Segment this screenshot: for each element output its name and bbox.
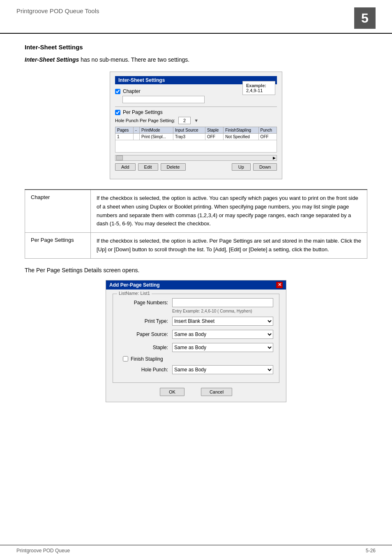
section-heading: Inter-Sheet Settings	[25, 44, 367, 51]
intro-text: Inter-Sheet Settings has no sub-menus. T…	[25, 56, 367, 64]
hole-punch-label2: Hole Punch:	[119, 367, 168, 373]
screen-label: The Per Page Settings Details screen ope…	[25, 267, 367, 273]
cell-punch: OFF	[258, 134, 277, 140]
desc-text-chapter: If the checkbox is selected, the option …	[91, 190, 367, 233]
cell-printmode: Print (Simpl...	[140, 134, 173, 140]
chapter-input[interactable]	[122, 96, 205, 103]
print-type-row: Print Type: Insert Blank Sheet Duplex Si…	[119, 317, 273, 326]
cell-sep	[134, 134, 140, 140]
staple-row: Staple: Same as Body OFF ON	[119, 343, 273, 352]
example-box: Example: 2,4,9-11	[242, 81, 275, 95]
page-footer: Printgroove POD Queue 5-26	[0, 545, 392, 556]
scrollbar-h[interactable]: ▶	[115, 155, 277, 161]
chapter-checkbox-row: Chapter	[115, 88, 141, 94]
paper-source-label: Paper Source:	[119, 331, 168, 337]
print-type-label: Print Type:	[119, 318, 168, 324]
finish-stapling-row: Finish Stapling	[123, 356, 273, 362]
dialog1-buttons: Add Edit Delete Up Down	[115, 163, 277, 171]
page-numbers-label: Page Numbers:	[119, 300, 168, 306]
dialog2-titlebar: Add Per-Page Setting ✕	[106, 280, 286, 290]
chapter-section: Chapter Example: 2,4,9-11	[115, 88, 277, 103]
per-page-label: Per Page Settings	[123, 109, 163, 115]
desc-term-chapter: Chapter	[25, 190, 91, 233]
table-row: 1 Print (Simpl... Tray3 OFF Not Specifie…	[115, 134, 277, 140]
example-value: 2,4,9-11	[246, 88, 272, 93]
print-type-select[interactable]: Insert Blank Sheet Duplex Simplex	[172, 317, 273, 326]
edit-button[interactable]: Edit	[138, 163, 158, 171]
delete-button[interactable]: Delete	[161, 163, 186, 171]
page-header: Printgroove POD Queue Tools 5	[0, 0, 392, 34]
hole-punch-input[interactable]	[178, 117, 191, 124]
header-title: Printgroove POD Queue Tools	[16, 7, 99, 14]
col-printmode: PrintMode	[140, 127, 173, 134]
chapter-label: Chapter	[123, 88, 141, 94]
chapter-checkbox[interactable]	[115, 89, 120, 94]
desc-text-perpage: If the checkbox is selected, the option …	[91, 233, 367, 259]
group-box: ListName: List1 Page Numbers: Entry Exam…	[113, 294, 279, 383]
group-legend: ListName: List1	[117, 291, 152, 296]
description-table: Chapter If the checkbox is selected, the…	[25, 189, 367, 259]
col-staple: Staple	[205, 127, 223, 134]
table-empty-row	[115, 140, 277, 153]
footer-left: Printgroove POD Queue	[16, 548, 70, 554]
cell-inputsource: Tray3	[173, 134, 205, 140]
scroll-arrow: ▶	[273, 156, 276, 160]
example-label: Example:	[246, 83, 272, 88]
dialog2-close-button[interactable]: ✕	[276, 282, 283, 288]
page-numbers-input[interactable]	[172, 298, 273, 307]
page-numbers-row: Page Numbers:	[119, 298, 273, 307]
col-finishstapling: FinishStapling	[224, 127, 258, 134]
finish-stapling-label: Finish Stapling	[131, 356, 163, 362]
col-pages: Pages	[115, 127, 134, 134]
col-sep: -	[134, 127, 140, 134]
hole-punch-row: Hole Punch Per Page Setting: ▼	[115, 117, 277, 124]
add-button[interactable]: Add	[115, 163, 136, 171]
page-number: 5	[354, 7, 376, 29]
up-button[interactable]: Up	[232, 163, 251, 171]
per-page-checkbox-row: Per Page Settings	[115, 109, 277, 115]
cell-staple: OFF	[205, 134, 223, 140]
staple-label: Staple:	[119, 345, 168, 350]
down-button[interactable]: Down	[253, 163, 277, 171]
hole-punch-select[interactable]: Same as Body OFF ON	[172, 365, 273, 374]
intro-rest: has no sub-menus. There are two settings…	[81, 56, 189, 63]
inter-sheet-dialog: Inter-Sheet Settings Chapter Example: 2,…	[110, 72, 282, 179]
paper-source-row: Paper Source: Same as Body Tray1 Tray2 T…	[119, 330, 273, 339]
footer-right: 5-26	[366, 548, 376, 554]
paper-source-select[interactable]: Same as Body Tray1 Tray2 Tray3	[172, 330, 273, 339]
hole-punch-dropdown-arrow[interactable]: ▼	[194, 118, 198, 123]
per-page-checkbox[interactable]	[115, 110, 120, 115]
main-content: Inter-Sheet Settings Inter-Sheet Setting…	[0, 34, 392, 424]
page-numbers-hint: Entry Example: 2,4,6-10 ( Comma, Hyphen)	[172, 309, 273, 313]
ok-button[interactable]: OK	[160, 388, 184, 396]
per-page-section: Per Page Settings Hole Punch Per Page Se…	[115, 109, 277, 171]
col-punch: Punch	[258, 127, 277, 134]
dialog2-title: Add Per-Page Setting	[109, 282, 160, 288]
add-per-page-dialog: Add Per-Page Setting ✕ ListName: List1 P…	[106, 280, 286, 402]
intro-bold: Inter-Sheet Settings	[25, 56, 79, 63]
hole-punch-row2: Hole Punch: Same as Body OFF ON	[119, 365, 273, 374]
col-inputsource: Input Source	[173, 127, 205, 134]
cancel-button[interactable]: Cancel	[201, 388, 232, 396]
finish-stapling-checkbox[interactable]	[123, 356, 128, 361]
desc-row-perpagesettings: Per Page Settings If the checkbox is sel…	[25, 233, 367, 259]
cell-finishstapling: Not Specified	[224, 134, 258, 140]
desc-row-chapter: Chapter If the checkbox is selected, the…	[25, 190, 367, 233]
scroll-thumb	[116, 155, 123, 160]
dialog2-body: ListName: List1 Page Numbers: Entry Exam…	[106, 290, 286, 402]
dialog2-buttons: OK Cancel	[113, 388, 279, 396]
settings-table: Pages - PrintMode Input Source Staple Fi…	[115, 127, 277, 153]
hole-punch-label: Hole Punch Per Page Setting:	[115, 118, 175, 123]
staple-select[interactable]: Same as Body OFF ON	[172, 343, 273, 352]
cell-pages: 1	[115, 134, 134, 140]
desc-term-perpage: Per Page Settings	[25, 233, 91, 259]
